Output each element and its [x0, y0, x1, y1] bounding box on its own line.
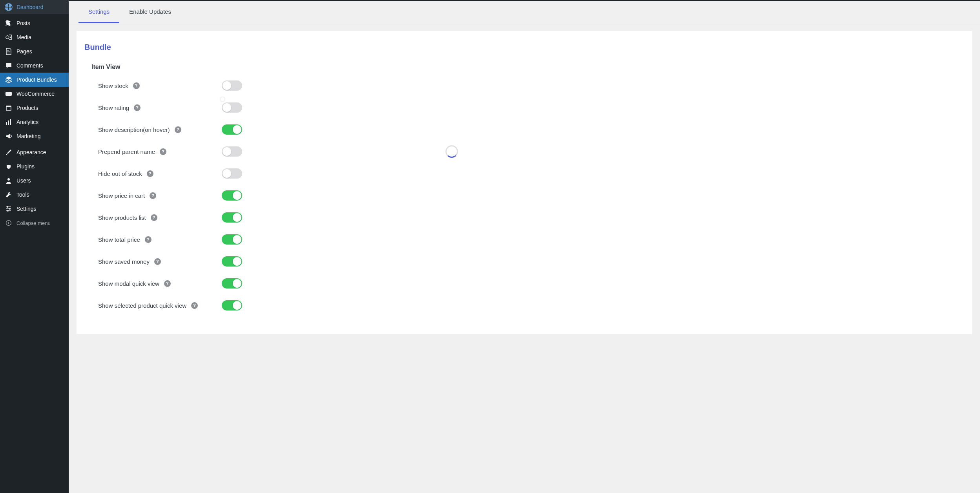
comment-icon	[5, 62, 13, 69]
woo-icon	[5, 90, 13, 98]
setting-label: Show products list	[98, 214, 146, 221]
sidebar-item-users[interactable]: Users	[0, 173, 69, 188]
sidebar-item-label: Comments	[16, 62, 43, 69]
sidebar-item-woocommerce[interactable]: WooCommerce	[0, 87, 69, 101]
sidebar-item-tools[interactable]: Tools	[0, 188, 69, 202]
sidebar-item-label: Dashboard	[16, 4, 44, 10]
collapse-menu-button[interactable]: Collapse menu	[0, 216, 69, 230]
setting-label: Prepend parent name	[98, 148, 155, 155]
sidebar-item-label: Posts	[16, 20, 30, 26]
chart-icon	[5, 118, 13, 126]
subsection-title: Item View	[91, 64, 964, 71]
plug-icon	[5, 163, 13, 170]
svg-point-1	[6, 36, 9, 39]
sidebar-item-dashboard[interactable]: Dashboard	[0, 0, 69, 14]
sidebar-item-label: Marketing	[16, 133, 40, 139]
settings-panel: Bundle Item View Show stock ? Show ratin…	[77, 31, 972, 334]
user-icon	[5, 177, 13, 184]
setting-hide-out-of-stock: Hide out of stock ?	[84, 168, 964, 179]
help-icon[interactable]: ?	[151, 214, 157, 221]
sidebar-item-plugins[interactable]: Plugins	[0, 159, 69, 173]
toggle-hide-out-of-stock[interactable]	[222, 168, 242, 179]
toggle-show-stock[interactable]	[222, 80, 242, 91]
help-icon[interactable]: ?	[133, 82, 140, 89]
tab-settings[interactable]: Settings	[78, 1, 119, 23]
admin-sidebar: Dashboard Posts Media Pages Comments Pro…	[0, 0, 69, 493]
help-icon[interactable]: ?	[154, 258, 161, 265]
setting-show-price-in-cart: Show price in cart ?	[84, 190, 964, 201]
svg-point-8	[7, 178, 10, 181]
wrench-icon	[5, 191, 13, 199]
setting-prepend-parent-name: Prepend parent name ?	[84, 146, 964, 157]
toggle-show-saved-money[interactable]	[222, 256, 242, 267]
svg-point-9	[7, 206, 8, 208]
megaphone-icon	[5, 132, 13, 140]
tour-highlight-dot	[221, 97, 224, 101]
section-title: Bundle	[84, 43, 964, 52]
setting-label: Hide out of stock	[98, 170, 142, 177]
setting-show-products-list: Show products list ?	[84, 212, 964, 223]
toggle-show-price-in-cart[interactable]	[222, 190, 242, 201]
setting-label: Show total price	[98, 236, 140, 243]
svg-rect-7	[10, 119, 11, 125]
help-icon[interactable]: ?	[145, 236, 151, 243]
sidebar-item-comments[interactable]: Comments	[0, 58, 69, 73]
help-icon[interactable]: ?	[134, 104, 141, 111]
sidebar-item-label: Appearance	[16, 149, 46, 155]
tabbar: Settings Enable Updates	[69, 1, 980, 23]
sidebar-item-label: Users	[16, 177, 31, 184]
help-icon[interactable]: ?	[191, 302, 198, 309]
sidebar-item-products[interactable]: Products	[0, 101, 69, 115]
sidebar-item-pages[interactable]: Pages	[0, 44, 69, 58]
main-content: Settings Enable Updates Bundle Item View…	[69, 0, 980, 493]
setting-label: Show rating	[98, 104, 129, 111]
setting-label: Show description(on hover)	[98, 126, 170, 133]
svg-rect-2	[5, 92, 12, 96]
setting-show-selected-product-quick-view: Show selected product quick view ?	[84, 300, 964, 310]
toggle-show-products-list[interactable]	[222, 212, 242, 223]
sidebar-item-product-bundles[interactable]: Product Bundles	[0, 73, 69, 87]
sidebar-item-posts[interactable]: Posts	[0, 16, 69, 30]
setting-label: Show price in cart	[98, 192, 145, 199]
sidebar-item-appearance[interactable]: Appearance	[0, 145, 69, 159]
svg-rect-6	[8, 121, 9, 125]
sidebar-item-media[interactable]: Media	[0, 30, 69, 44]
help-icon[interactable]: ?	[160, 148, 166, 155]
archive-icon	[5, 104, 13, 112]
sidebar-item-analytics[interactable]: Analytics	[0, 115, 69, 129]
setting-label: Show selected product quick view	[98, 302, 186, 309]
sidebar-item-label: Plugins	[16, 163, 35, 170]
loading-spinner	[445, 145, 458, 158]
help-icon[interactable]: ?	[150, 192, 156, 199]
toggle-show-rating[interactable]	[222, 102, 242, 113]
svg-point-12	[6, 221, 11, 226]
help-icon[interactable]: ?	[164, 280, 171, 287]
setting-label: Show saved money	[98, 258, 150, 265]
toggle-show-modal-quick-view[interactable]	[222, 278, 242, 288]
toggle-show-description[interactable]	[222, 124, 242, 135]
setting-show-rating: Show rating ?	[84, 102, 964, 113]
sidebar-item-label: Pages	[16, 48, 32, 55]
pin-icon	[5, 19, 13, 27]
toggle-show-total-price[interactable]	[222, 234, 242, 245]
collapse-label: Collapse menu	[16, 220, 51, 226]
help-icon[interactable]: ?	[147, 170, 153, 177]
svg-rect-4	[6, 107, 11, 110]
setting-label: Show stock	[98, 82, 128, 89]
help-icon[interactable]: ?	[175, 126, 181, 133]
sidebar-item-marketing[interactable]: Marketing	[0, 129, 69, 143]
sidebar-item-label: WooCommerce	[16, 91, 55, 97]
brush-icon	[5, 148, 13, 156]
tab-enable-updates[interactable]: Enable Updates	[119, 1, 181, 23]
sidebar-item-label: Analytics	[16, 119, 38, 125]
sidebar-item-label: Products	[16, 105, 38, 111]
toggle-show-selected-product-quick-view[interactable]	[222, 300, 242, 310]
sidebar-item-label: Product Bundles	[16, 77, 57, 83]
sidebar-item-settings[interactable]: Settings	[0, 202, 69, 216]
page-icon	[5, 47, 13, 55]
toggle-prepend-parent-name[interactable]	[222, 146, 242, 157]
sliders-icon	[5, 205, 13, 213]
dashboard-icon	[5, 3, 13, 11]
setting-show-description: Show description(on hover) ?	[84, 124, 964, 135]
svg-point-10	[9, 208, 11, 210]
